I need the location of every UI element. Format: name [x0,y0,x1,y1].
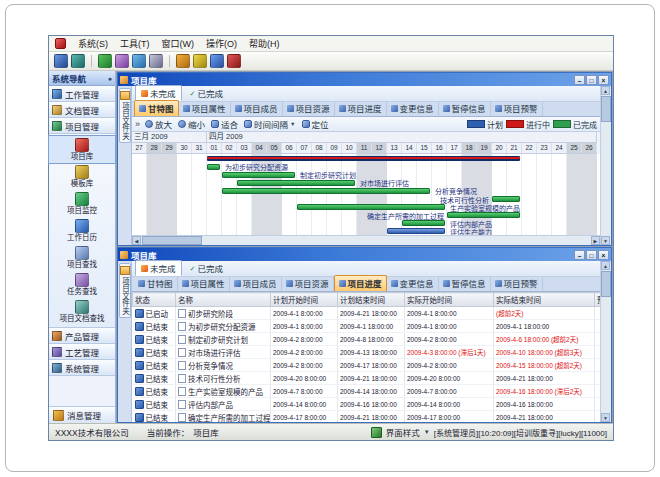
tab-暂停信息[interactable]: 暂停信息 [439,101,491,116]
column-header-计划开始时间[interactable]: 计划开始时间 [271,293,338,307]
style-dropdown-arrow-icon[interactable]: ▼ [424,429,430,435]
maximize-button[interactable]: □ [586,75,597,85]
tab-项目资源[interactable]: 项目资源 [282,276,334,291]
status-style-label[interactable]: 界面样式 [386,426,420,438]
scroll-right-button[interactable]: ▶ [591,236,600,245]
menu-item[interactable]: 帮助(H) [249,37,280,50]
column-header-状态[interactable]: 状态 [133,293,176,307]
tool-放大[interactable]: 放大 [145,118,172,130]
menu-item[interactable]: 工具(T) [120,37,150,50]
refresh-icon[interactable] [98,54,112,68]
sidebar-item-任务查找[interactable]: 任务查找 [49,271,115,298]
folder-tab[interactable]: 项目文件夹 [119,263,131,318]
sidebar-group-系统管理[interactable]: 系统管理 [49,360,115,376]
scroll-down-button[interactable]: ▼ [601,236,610,245]
task-row[interactable]: 已结束生产实验室规模的产品2009-4-7 8:00:002009-4-14 1… [133,385,601,398]
tool-适合[interactable]: 适合 [211,118,238,130]
column-header-实际开始时间[interactable]: 实际开始时间 [405,293,494,307]
gantt-bar-done[interactable] [492,196,520,202]
dropdown-arrow-icon[interactable]: ▼ [290,121,295,127]
gantt-bar-done[interactable] [222,188,430,194]
gantt-bar-done[interactable] [207,164,220,170]
exit-icon[interactable] [227,54,241,68]
column-header-名称[interactable]: 名称 [176,293,271,307]
settings-icon[interactable] [149,54,163,68]
scroll-up-button[interactable]: ▲ [601,86,610,95]
sidebar-group-产品管理[interactable]: 产品管理 [49,328,115,344]
chart-icon[interactable] [115,54,129,68]
help-icon[interactable] [210,54,224,68]
status-tab-已完成[interactable]: ✓已完成 [184,85,229,101]
lock-icon[interactable] [176,54,190,68]
gantt-bar-done[interactable] [297,204,445,210]
task-row[interactable]: 已结束确定生产所需的加工过程2009-4-17 8:00:002009-4-21… [133,411,601,423]
tab-甘特图[interactable]: 甘特图 [134,100,179,116]
status-tab-已完成[interactable]: ✓已完成 [184,260,229,276]
sidebar-group-工作管理[interactable]: 工作管理 [49,86,115,102]
key-icon[interactable] [193,54,207,68]
gantt-bar-done[interactable] [402,220,445,226]
tool-定位[interactable]: 定位 [302,118,329,130]
tool-时间间隔[interactable]: 时间间隔▼ [244,118,295,130]
column-header-计划结束时间[interactable]: 计划结束时间 [338,293,405,307]
status-tab-未完成[interactable]: 未完成 [135,260,182,276]
tab-项目成员[interactable]: 项目成员 [231,101,283,116]
tab-项目成员[interactable]: 项目成员 [230,276,282,291]
tab-项目属性[interactable]: 项目属性 [178,276,230,291]
sidebar-tab-message-management[interactable]: 消息管理 [49,406,115,423]
sidebar-group-工艺管理[interactable]: 工艺管理 [49,344,115,360]
sidebar-group-文档管理[interactable]: 文档管理 [49,102,115,118]
folder-tab[interactable]: 项目文件夹 [119,88,131,143]
scroll-thumb[interactable] [601,96,611,122]
task-row[interactable]: 已结束分析竞争情况2009-4-2 8:00:002009-4-17 18:00… [133,359,601,372]
tab-项目进度[interactable]: 项目进度 [335,101,387,116]
sidebar-item-项目文档查找[interactable]: 项目文档查找 [49,298,115,325]
menu-item[interactable]: 操作(O) [206,37,237,50]
status-tab-未完成[interactable]: 未完成 [135,85,182,101]
task-row[interactable]: 已启动初步研究阶段2009-4-1 8:00:002009-4-21 18:00… [133,307,601,320]
sidebar-group-项目管理[interactable]: 项目管理 [49,118,115,134]
overflow-chevron-icon[interactable]: » [135,119,140,129]
task-row[interactable]: 已结束技术可行性分析2009-4-20 8:00:002009-4-21 18:… [133,372,601,385]
column-header-实际结束时间[interactable]: 实际结束时间 [494,293,595,307]
tab-变更信息[interactable]: 变更信息 [387,276,439,291]
gantt-bar-plan[interactable] [387,228,445,234]
task-row[interactable]: 已结束为初步研究分配资源2009-4-1 8:00:002009-4-1 18:… [133,320,601,333]
vertical-scrollbar[interactable]: ▲▼ [600,261,611,422]
tab-项目预警[interactable]: 项目预警 [491,101,543,116]
scroll-up-button[interactable]: ▲ [601,261,610,270]
gantt-bar-done[interactable] [237,180,355,186]
scroll-thumb[interactable] [142,236,202,245]
sidebar-item-项目库[interactable]: 项目库 [49,136,115,163]
scroll-thumb[interactable] [601,271,611,297]
close-button[interactable]: × [598,250,609,260]
calendar-icon[interactable] [132,54,146,68]
task-row[interactable]: 已结束制定初步研究计划2009-4-2 8:00:002009-4-8 18:0… [133,333,601,346]
tab-项目预警[interactable]: 项目预警 [491,276,543,291]
tab-项目进度[interactable]: 项目进度 [334,275,387,291]
close-button[interactable]: × [598,75,609,85]
tab-项目资源[interactable]: 项目资源 [283,101,335,116]
save-icon[interactable] [71,54,85,68]
tool-缩小[interactable]: 缩小 [178,118,205,130]
gantt-bar-done[interactable] [222,172,295,178]
menu-item[interactable]: 窗口(W) [162,37,195,50]
menu-item[interactable]: 系统(S) [78,37,108,50]
pin-icon[interactable]: ● [108,75,112,82]
task-row[interactable]: 已结束对市场进行评估2009-4-2 8:00:002009-4-13 18:0… [133,346,601,359]
tab-项目属性[interactable]: 项目属性 [179,101,231,116]
sidebar-item-项目监控[interactable]: 项目监控 [49,190,115,217]
minimize-button[interactable]: – [574,75,585,85]
minimize-button[interactable]: – [574,250,585,260]
horizontal-scrollbar[interactable]: ◀▶ [132,235,600,245]
tab-暂停信息[interactable]: 暂停信息 [439,276,491,291]
sidebar-item-模板库[interactable]: 模板库 [49,163,115,190]
tab-变更信息[interactable]: 变更信息 [387,101,439,116]
scroll-left-button[interactable]: ◀ [132,236,141,245]
scroll-down-button[interactable]: ▼ [601,413,610,422]
maximize-button[interactable]: □ [586,250,597,260]
vertical-scrollbar[interactable]: ▲▼ [600,86,611,245]
tab-甘特图[interactable]: 甘特图 [134,276,178,291]
sidebar-item-项目查找[interactable]: 项目查找 [49,244,115,271]
task-row[interactable]: 已结束评估内部产品2009-4-14 8:00:002009-4-16 18:0… [133,398,601,411]
